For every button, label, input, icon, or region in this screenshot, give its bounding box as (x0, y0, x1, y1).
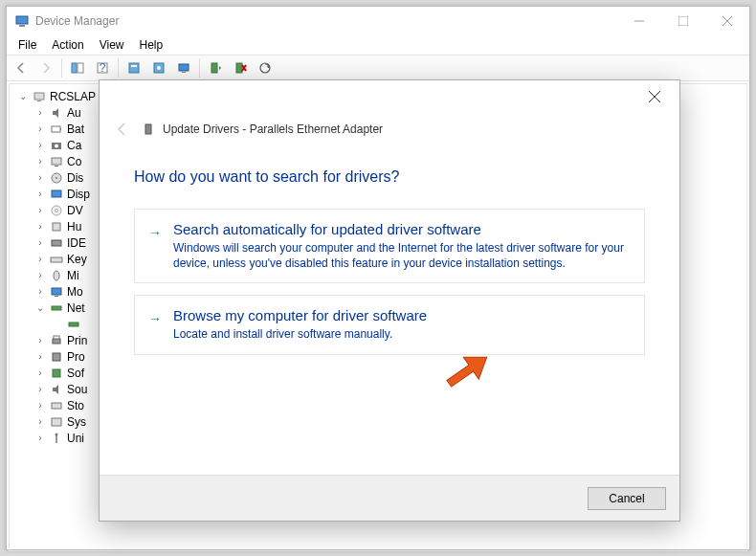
toolbar-help-icon[interactable]: ? (91, 56, 114, 79)
expander-icon[interactable]: › (34, 416, 46, 427)
toolbar-uninstall-icon[interactable] (229, 56, 252, 79)
keyboard-icon (49, 252, 64, 267)
close-button[interactable] (705, 7, 749, 35)
tree-item-label: Key (67, 253, 87, 266)
network-icon (49, 300, 64, 316)
tree-item-label: Hu (67, 220, 81, 234)
expander-icon[interactable]: ⌄ (34, 302, 46, 313)
expander-icon[interactable]: › (34, 400, 46, 411)
expander-icon[interactable]: › (34, 172, 46, 183)
menu-file[interactable]: File (11, 36, 44, 54)
arrow-right-icon: → (148, 311, 162, 326)
option-browse-computer[interactable]: → Browse my computer for driver software… (134, 295, 645, 354)
expander-icon[interactable]: › (34, 367, 46, 378)
expander-icon[interactable]: › (34, 335, 46, 345)
svg-rect-28 (55, 166, 58, 167)
svg-rect-3 (678, 16, 688, 26)
svg-rect-22 (37, 100, 41, 101)
expander-icon[interactable]: › (34, 140, 46, 150)
svg-rect-52 (145, 124, 151, 134)
tree-item-label: Au (67, 106, 81, 120)
cancel-button[interactable]: Cancel (588, 487, 666, 510)
dialog-close-button[interactable] (634, 82, 676, 111)
menu-help[interactable]: Help (132, 36, 171, 54)
expander-icon[interactable]: › (34, 156, 46, 167)
svg-rect-15 (182, 72, 186, 73)
svg-rect-34 (53, 223, 60, 231)
tree-item-label: Uni (67, 432, 84, 445)
svg-rect-11 (131, 65, 137, 67)
svg-rect-42 (53, 339, 60, 344)
svg-rect-1 (19, 25, 25, 27)
minimize-button[interactable] (617, 7, 661, 35)
expander-icon[interactable]: › (34, 107, 46, 118)
tree-item-label: IDE (67, 236, 86, 250)
tree-root-label: RCSLAP (50, 90, 96, 103)
storage-icon (49, 398, 64, 413)
app-icon (14, 13, 30, 29)
network-adapter-icon (66, 317, 81, 332)
svg-rect-35 (52, 240, 61, 246)
expander-icon[interactable]: › (34, 189, 46, 199)
option1-title: Search automatically for updated driver … (173, 221, 629, 237)
toolbar-properties-icon[interactable] (122, 56, 145, 79)
expander-icon[interactable]: › (34, 384, 46, 394)
tree-item-label: Sto (67, 399, 84, 412)
tree-item-label: Bat (67, 122, 84, 136)
titlebar: Device Manager (7, 7, 749, 35)
tree-item-label: Co (67, 155, 81, 168)
ide-icon (49, 235, 64, 251)
svg-rect-27 (52, 158, 61, 165)
dialog-header: Update Drivers - Parallels Ethernet Adap… (100, 113, 679, 145)
expander-icon[interactable]: › (34, 237, 46, 248)
battery-icon (49, 122, 64, 137)
tree-item-label: Mo (67, 285, 83, 299)
option2-desc: Locate and install driver software manua… (173, 326, 629, 342)
expander-icon[interactable]: › (34, 254, 46, 264)
dialog-body: How do you want to search for drivers? →… (100, 145, 679, 475)
toolbar-forward-icon[interactable] (34, 56, 57, 79)
computer-icon (32, 89, 47, 104)
toolbar-monitor-icon[interactable] (172, 56, 195, 79)
processor-icon (49, 349, 64, 365)
svg-point-13 (157, 66, 161, 70)
svg-rect-7 (78, 63, 83, 73)
svg-rect-16 (211, 63, 217, 73)
toolbar-scan-icon[interactable] (254, 56, 277, 79)
menubar: File Action View Help (7, 35, 749, 55)
expander-icon[interactable]: › (34, 221, 46, 232)
toolbar-install-icon[interactable] (204, 56, 227, 79)
dialog-titlebar (100, 80, 679, 113)
toolbar-update-icon[interactable] (147, 56, 170, 79)
expander-icon[interactable]: ⌄ (17, 91, 29, 101)
menu-view[interactable]: View (92, 36, 132, 54)
svg-rect-36 (51, 257, 62, 262)
svg-point-37 (54, 271, 59, 280)
option1-desc: Windows will search your computer and th… (173, 240, 629, 271)
toolbar-back-icon[interactable] (10, 56, 33, 79)
expander-icon[interactable]: › (34, 123, 46, 134)
expander-icon[interactable]: › (34, 270, 46, 280)
display-icon (49, 187, 64, 202)
expander-icon[interactable]: › (34, 286, 46, 297)
monitor-icon (49, 284, 64, 300)
back-arrow-icon[interactable] (111, 118, 134, 141)
expander-icon[interactable]: › (34, 205, 46, 215)
expander-icon[interactable]: › (34, 351, 46, 362)
mouse-icon (49, 268, 64, 283)
toolbar: ? (7, 55, 749, 81)
sound-icon (49, 382, 64, 397)
arrow-right-icon: → (148, 225, 162, 240)
maximize-button[interactable] (661, 7, 705, 35)
menu-action[interactable]: Action (44, 36, 91, 54)
option-search-automatically[interactable]: → Search automatically for updated drive… (134, 209, 645, 283)
update-drivers-dialog: Update Drivers - Parallels Ethernet Adap… (99, 79, 680, 522)
expander-icon[interactable]: › (34, 433, 46, 443)
svg-rect-24 (60, 128, 61, 130)
toolbar-show-hide-icon[interactable] (66, 56, 89, 79)
svg-text:?: ? (100, 61, 106, 75)
svg-rect-6 (72, 63, 77, 73)
tree-item-label: Disp (67, 188, 90, 201)
tree-item-label: Prin (67, 334, 87, 347)
tree-item-label: Dis (67, 171, 83, 185)
